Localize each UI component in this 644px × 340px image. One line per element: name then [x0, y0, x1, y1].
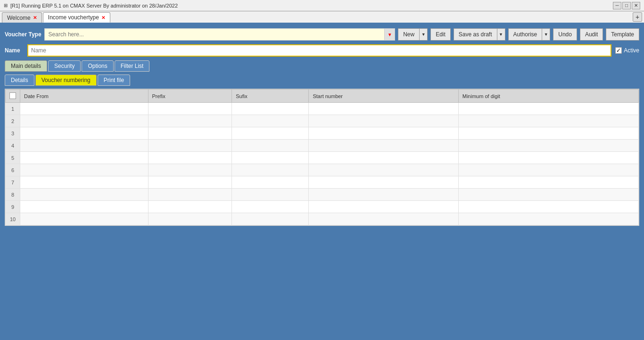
cell-prefix-7[interactable]	[148, 176, 232, 189]
edit-button[interactable]: Edit	[430, 28, 451, 41]
tab-income-vouchertype-close[interactable]: ✕	[101, 15, 105, 20]
cell-date-from-5[interactable]	[20, 152, 149, 164]
cell-minimum-of-digit-1[interactable]	[458, 103, 638, 115]
tab-income-vouchertype-label: Income vouchertype	[48, 14, 99, 21]
cell-minimum-of-digit-6[interactable]	[458, 164, 638, 176]
active-checkbox[interactable]: ✓	[615, 47, 622, 54]
cell-date-from-1[interactable]	[20, 103, 149, 115]
cell-start-number-3[interactable]	[309, 127, 458, 140]
cell-minimum-of-digit-5[interactable]	[458, 152, 638, 164]
tab-income-vouchertype[interactable]: Income vouchertype ✕	[43, 12, 110, 23]
main-content: Voucher Type ▼ New ▼ Edit Save as draft …	[0, 24, 644, 340]
cell-prefix-1[interactable]	[148, 103, 232, 115]
cell-start-number-5[interactable]	[309, 152, 458, 164]
cell-sufix-1[interactable]	[232, 103, 309, 115]
cell-start-number-8[interactable]	[309, 189, 458, 201]
window-title: [R1] Running ERP 5.1 on CMAX Server By a…	[10, 3, 178, 8]
grid-header-checkbox	[6, 90, 20, 103]
table-row: 4	[6, 140, 639, 152]
tab-welcome-label: Welcome	[7, 15, 31, 21]
title-bar: ⊞ [R1] Running ERP 5.1 on CMAX Server By…	[0, 0, 644, 11]
table-row: 1	[6, 103, 639, 115]
window-controls: ─ □ ✕	[613, 2, 640, 9]
cell-date-from-3[interactable]	[20, 127, 149, 140]
cell-sufix-3[interactable]	[232, 127, 309, 140]
cell-minimum-of-digit-4[interactable]	[458, 140, 638, 152]
cell-minimum-of-digit-9[interactable]	[458, 201, 638, 213]
cell-start-number-2[interactable]	[309, 115, 458, 127]
tab-welcome[interactable]: Welcome ✕	[2, 12, 42, 23]
cell-minimum-of-digit-2[interactable]	[458, 115, 638, 127]
tab-print-file[interactable]: Print file	[98, 75, 130, 86]
save-as-draft-button[interactable]: Save as draft	[454, 28, 497, 41]
tab-add-button[interactable]: +	[633, 12, 642, 22]
cell-minimum-of-digit-7[interactable]	[458, 176, 638, 189]
row-number-2: 2	[6, 115, 20, 127]
cell-sufix-2[interactable]	[232, 115, 309, 127]
cell-start-number-6[interactable]	[309, 164, 458, 176]
grid-container: Date From Prefix Sufix Start number Mini…	[5, 89, 639, 226]
cell-prefix-4[interactable]	[148, 140, 232, 152]
cell-date-from-10[interactable]	[20, 213, 149, 225]
row-number-6: 6	[6, 164, 20, 176]
row-number-10: 10	[6, 213, 20, 225]
cell-start-number-1[interactable]	[309, 103, 458, 115]
cell-sufix-7[interactable]	[232, 176, 309, 189]
tab-welcome-close[interactable]: ✕	[33, 15, 37, 20]
close-button[interactable]: ✕	[632, 2, 640, 9]
tab-security[interactable]: Security	[48, 60, 81, 72]
cell-minimum-of-digit-3[interactable]	[458, 127, 638, 140]
table-row: 3	[6, 127, 639, 140]
save-as-draft-dropdown-btn[interactable]: ▼	[497, 28, 505, 41]
minimize-button[interactable]: ─	[613, 2, 621, 9]
name-row: Name ✓ Active	[5, 44, 639, 57]
name-input[interactable]	[27, 44, 611, 57]
authorise-button-group: Authorise ▼	[508, 28, 551, 41]
audit-button[interactable]: Audit	[580, 28, 603, 41]
cell-date-from-2[interactable]	[20, 115, 149, 127]
new-dropdown-btn[interactable]: ▼	[419, 28, 428, 41]
tab-details[interactable]: Details	[5, 75, 34, 86]
tab-main-details[interactable]: Main details	[5, 60, 47, 72]
tab-filter-list[interactable]: Filter List	[115, 60, 150, 72]
row-number-4: 4	[6, 140, 20, 152]
cell-sufix-6[interactable]	[232, 164, 309, 176]
grid-header-start-number: Start number	[309, 90, 458, 103]
cell-sufix-4[interactable]	[232, 140, 309, 152]
cell-sufix-9[interactable]	[232, 201, 309, 213]
cell-prefix-3[interactable]	[148, 127, 232, 140]
tab-options[interactable]: Options	[82, 60, 113, 72]
template-button[interactable]: Template	[606, 28, 639, 41]
authorise-button[interactable]: Authorise	[508, 28, 542, 41]
undo-button[interactable]: Undo	[553, 28, 577, 41]
cell-sufix-5[interactable]	[232, 152, 309, 164]
cell-prefix-5[interactable]	[148, 152, 232, 164]
cell-prefix-8[interactable]	[148, 189, 232, 201]
cell-date-from-6[interactable]	[20, 164, 149, 176]
cell-start-number-7[interactable]	[309, 176, 458, 189]
cell-prefix-6[interactable]	[148, 164, 232, 176]
new-button[interactable]: New	[398, 28, 419, 41]
cell-sufix-8[interactable]	[232, 189, 309, 201]
cell-start-number-4[interactable]	[309, 140, 458, 152]
tab-security-label: Security	[54, 63, 74, 69]
cell-prefix-2[interactable]	[148, 115, 232, 127]
cell-minimum-of-digit-8[interactable]	[458, 189, 638, 201]
cell-sufix-10[interactable]	[232, 213, 309, 225]
authorise-dropdown-btn[interactable]: ▼	[542, 28, 550, 41]
cell-prefix-9[interactable]	[148, 201, 232, 213]
maximize-button[interactable]: □	[622, 2, 631, 9]
cell-date-from-4[interactable]	[20, 140, 149, 152]
cell-start-number-10[interactable]	[309, 213, 458, 225]
tab-voucher-numbering[interactable]: Voucher numbering	[35, 75, 97, 86]
cell-date-from-8[interactable]	[20, 189, 149, 201]
voucher-type-search-input[interactable]	[45, 29, 395, 40]
cell-date-from-9[interactable]	[20, 201, 149, 213]
cell-date-from-7[interactable]	[20, 176, 149, 189]
voucher-type-dropdown-btn[interactable]: ▼	[384, 29, 395, 40]
cell-start-number-9[interactable]	[309, 201, 458, 213]
cell-prefix-10[interactable]	[148, 213, 232, 225]
cell-minimum-of-digit-10[interactable]	[458, 213, 638, 225]
secondary-tabs: Details Voucher numbering Print file	[5, 75, 639, 86]
row-number-8: 8	[6, 189, 20, 201]
